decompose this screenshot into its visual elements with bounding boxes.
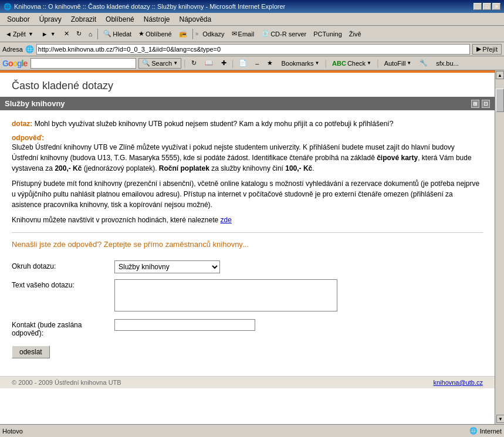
media-button[interactable]: 📻 bbox=[176, 28, 190, 40]
kontakt-control bbox=[114, 319, 483, 331]
text-textarea[interactable] bbox=[114, 279, 337, 311]
okruh-select[interactable]: Služby knihovny Katalog Výpůjčky Ostatní bbox=[114, 260, 220, 273]
zive-button[interactable]: Živě bbox=[346, 28, 364, 40]
sep3: | bbox=[324, 59, 327, 68]
section-icon-grid[interactable]: ⊞ bbox=[471, 100, 479, 108]
minimize-button[interactable]: _ bbox=[473, 3, 482, 10]
email-button[interactable]: ✉ Email bbox=[229, 28, 258, 40]
footer-copyright: © 2000 - 2009 Ústřední knihovna UTB bbox=[12, 379, 121, 386]
zone-label: Internet bbox=[480, 428, 502, 435]
go-button[interactable]: ▶ Přejít bbox=[472, 44, 502, 55]
window-icon: 🌐 bbox=[4, 3, 12, 11]
home-icon: ⌂ bbox=[89, 31, 93, 38]
content-divider bbox=[12, 232, 483, 233]
bookmarks-btn[interactable]: Bookmarks ▼ bbox=[278, 57, 322, 70]
media-icon: 📻 bbox=[179, 30, 187, 38]
scroll-thumb[interactable] bbox=[496, 89, 504, 112]
title-bar: 🌐 Knihovna :: O knihovně :: Často kladen… bbox=[0, 0, 504, 13]
page-title: Často kladené dotazy bbox=[12, 80, 483, 92]
check-btn[interactable]: ABC Check ▼ bbox=[329, 57, 374, 70]
question-block: dotaz: Mohl bych využívat služeb knihovn… bbox=[12, 120, 483, 128]
menu-upravy[interactable]: Úpravy bbox=[35, 14, 66, 25]
window-controls[interactable]: _ □ ✕ bbox=[473, 3, 500, 10]
address-bar: Adresa 🌐 ▶ Přejít bbox=[0, 42, 504, 56]
page-footer: © 2000 - 2009 Ústřední knihovna UTB knih… bbox=[0, 376, 495, 388]
submit-row: odeslat bbox=[12, 343, 483, 358]
menu-napoveda[interactable]: Nápověda bbox=[174, 14, 216, 25]
scroll-up-button[interactable]: ▲ bbox=[496, 71, 504, 79]
settings-btn[interactable]: 🔧 bbox=[417, 57, 431, 70]
status-right: 🌐 Internet bbox=[469, 427, 502, 435]
sfx-btn[interactable]: sfx.bu... bbox=[433, 57, 462, 70]
menu-soubor[interactable]: Soubor bbox=[2, 14, 35, 25]
page-header: Často kladené dotazy bbox=[0, 73, 495, 97]
autofill-btn[interactable]: AutoFill ▼ bbox=[381, 57, 415, 70]
links-button[interactable]: Odkazy bbox=[199, 28, 227, 40]
window-title: Knihovna :: O knihovně :: Často kladené … bbox=[14, 3, 285, 10]
contact-form: Okruh dotazu: Služby knihovny Katalog Vý… bbox=[0, 260, 495, 370]
toolbar-separator-2 bbox=[192, 29, 193, 39]
search-refresh-btn[interactable]: ↻ bbox=[188, 57, 199, 70]
dotaz-label: dotaz: bbox=[12, 120, 32, 128]
answer-block: odpověď: Služeb Ústřední knihovny UTB ve… bbox=[12, 134, 483, 225]
star-btn2[interactable]: ★ bbox=[264, 57, 276, 70]
odpoved-label: odpověď: bbox=[12, 134, 44, 142]
favorites-button[interactable]: ★ Oblíbené bbox=[136, 28, 175, 40]
status-bar: Hotovo 🌐 Internet bbox=[0, 424, 504, 437]
stop-button[interactable]: ✕ bbox=[61, 28, 72, 40]
submit-button[interactable]: odeslat bbox=[12, 345, 50, 358]
search-toolbar-button[interactable]: 🔍 Hledat bbox=[100, 28, 134, 40]
address-input[interactable] bbox=[36, 44, 470, 55]
back-dropdown[interactable]: ▼ bbox=[27, 31, 35, 37]
search-dropdown-icon[interactable]: ▼ bbox=[173, 60, 178, 66]
home-button[interactable]: ⌂ bbox=[86, 28, 96, 40]
zone-icon: 🌐 bbox=[469, 427, 478, 435]
forward-button[interactable]: ► ▼ bbox=[39, 28, 60, 40]
back-icon: ◄ bbox=[5, 31, 12, 38]
sep4: | bbox=[377, 59, 379, 68]
page-content: Často kladené dotazy Služby knihovny ⊞ ⊡… bbox=[0, 70, 504, 424]
address-icon: 🌐 bbox=[25, 45, 34, 53]
main-toolbar: ◄ Zpět ▼ ► ▼ ✕ ↻ ⌂ 🔍 Hledat ★ Oblíbené 📻… bbox=[0, 26, 504, 42]
refresh-button[interactable]: ↻ bbox=[73, 28, 84, 40]
status-text: Hotovo bbox=[2, 428, 23, 435]
search-input[interactable] bbox=[31, 58, 136, 69]
forward-dropdown[interactable]: ▼ bbox=[49, 31, 57, 37]
okruh-control: Služby knihovny Katalog Výpůjčky Ostatní bbox=[114, 260, 483, 273]
text-label: Text vašeho dotazu: bbox=[12, 279, 114, 289]
page-btn[interactable]: 📄 bbox=[236, 57, 250, 70]
status-left: Hotovo bbox=[2, 428, 23, 435]
qa-section: dotaz: Mohl bych využívat služeb knihovn… bbox=[0, 115, 495, 260]
toolbar-separator-search: | bbox=[184, 59, 186, 68]
menu-oblibene[interactable]: Oblíbené bbox=[101, 14, 139, 25]
section-title: Služby knihovny bbox=[5, 99, 65, 108]
footer-email[interactable]: knihovna@utb.cz bbox=[433, 379, 483, 386]
browser-window: Často kladené dotazy Služby knihovny ⊞ ⊡… bbox=[0, 70, 504, 424]
search-button[interactable]: 🔍 Search ▼ bbox=[138, 58, 181, 69]
dash-btn[interactable]: – bbox=[252, 57, 262, 70]
answer-para-3: Knihovnu můžete navštívit v provozních h… bbox=[12, 215, 483, 225]
email-icon: ✉ bbox=[232, 30, 237, 38]
star-icon: ★ bbox=[138, 30, 144, 38]
scrollbar[interactable]: ▲ ▼ bbox=[495, 70, 504, 424]
go-arrow-icon: ▶ bbox=[476, 45, 481, 53]
menu-zobrazit[interactable]: Zobrazit bbox=[66, 14, 101, 25]
section-header: Služby knihovny ⊞ ⊡ bbox=[0, 97, 495, 110]
pctuning-button[interactable]: PCTuning bbox=[310, 28, 345, 40]
scroll-down-button[interactable]: ▼ bbox=[496, 415, 504, 423]
maximize-button[interactable]: □ bbox=[483, 3, 491, 10]
stop-icon: ✕ bbox=[64, 30, 69, 38]
section-icon-window[interactable]: ⊡ bbox=[482, 100, 490, 108]
menu-nastroje[interactable]: Nástroje bbox=[139, 14, 175, 25]
kontakt-label: Kontakt (bude zaslána odpověď): bbox=[12, 319, 114, 337]
cdr-button[interactable]: 💿 CD-R server bbox=[258, 28, 309, 40]
question-text: Mohl bych využívat služeb knihovny UTB p… bbox=[35, 120, 394, 128]
kontakt-input[interactable] bbox=[114, 319, 255, 331]
google-logo: Google bbox=[2, 59, 27, 68]
search-bookmark-btn[interactable]: 📖 bbox=[202, 57, 216, 70]
search-plus-btn[interactable]: ✚ bbox=[218, 57, 229, 70]
forward-icon: ► bbox=[42, 31, 48, 38]
back-button[interactable]: ◄ Zpět ▼ bbox=[2, 28, 38, 40]
zde-link[interactable]: zde bbox=[221, 216, 232, 224]
close-button[interactable]: ✕ bbox=[492, 3, 500, 10]
